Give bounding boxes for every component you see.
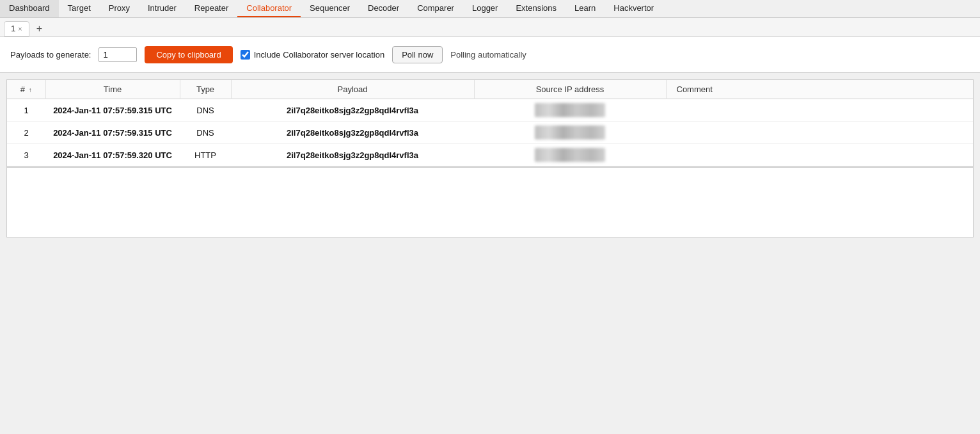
add-tab-button[interactable]: + <box>32 22 47 35</box>
col-time-label: Time <box>104 84 122 94</box>
include-location-text: Include Collaborator server location <box>254 50 385 60</box>
col-header-payload[interactable]: Payload <box>231 80 474 99</box>
polling-automatically-label: Polling automatically <box>450 50 526 60</box>
nav-item-decoder[interactable]: Decoder <box>359 0 408 17</box>
nav-bar: DashboardTargetProxyIntruderRepeaterColl… <box>0 0 980 18</box>
cell-type: DNS <box>180 99 231 122</box>
cell-payload: 2il7q28eitko8sjg3z2gp8qdl4rvfl3a <box>231 122 474 144</box>
blurred-ip-value <box>535 148 605 162</box>
nav-item-dashboard[interactable]: Dashboard <box>0 0 59 17</box>
cell-comment <box>666 99 973 122</box>
cell-num: 2 <box>7 122 45 144</box>
col-payload-label: Payload <box>338 84 368 94</box>
table-row[interactable]: 12024-Jan-11 07:57:59.315 UTCDNS2il7q28e… <box>7 99 973 122</box>
col-header-time[interactable]: Time <box>45 80 180 99</box>
cell-source-ip <box>474 122 666 144</box>
copy-to-clipboard-button[interactable]: Copy to clipboard <box>145 46 232 63</box>
col-header-type[interactable]: Type <box>180 80 231 99</box>
toolbar-divider <box>0 72 980 73</box>
table-header-row: # ↑ Time Type Payload Source IP address … <box>7 80 973 99</box>
nav-item-collaborator[interactable]: Collaborator <box>237 0 301 17</box>
nav-item-learn[interactable]: Learn <box>565 0 605 17</box>
poll-now-button[interactable]: Poll now <box>392 46 443 63</box>
cell-comment <box>666 122 973 144</box>
tab-label: 1 <box>11 24 15 33</box>
results-table: # ↑ Time Type Payload Source IP address … <box>7 80 973 166</box>
cell-time: 2024-Jan-11 07:57:59.315 UTC <box>45 122 180 144</box>
col-type-label: Type <box>196 84 214 94</box>
payloads-input[interactable] <box>99 47 137 62</box>
toolbar: Payloads to generate: Copy to clipboard … <box>0 37 980 72</box>
col-comment-label: Comment <box>677 84 713 94</box>
cell-num: 1 <box>7 99 45 122</box>
blurred-ip-value <box>535 125 605 140</box>
results-table-container: # ↑ Time Type Payload Source IP address … <box>6 79 974 167</box>
cell-source-ip <box>474 144 666 166</box>
sort-arrow-icon: ↑ <box>29 86 32 93</box>
tab-close-icon[interactable]: × <box>18 25 22 33</box>
nav-item-intruder[interactable]: Intruder <box>139 0 186 17</box>
cell-type: DNS <box>180 122 231 144</box>
cell-source-ip <box>474 99 666 122</box>
detail-panel <box>6 167 974 237</box>
cell-type: HTTP <box>180 144 231 166</box>
table-row[interactable]: 32024-Jan-11 07:57:59.320 UTCHTTP2il7q28… <box>7 144 973 166</box>
col-header-comment[interactable]: Comment <box>666 80 973 99</box>
include-location-checkbox[interactable] <box>241 50 250 60</box>
nav-item-repeater[interactable]: Repeater <box>186 0 237 17</box>
nav-item-extensions[interactable]: Extensions <box>507 0 565 17</box>
cell-comment <box>666 144 973 166</box>
cell-time: 2024-Jan-11 07:57:59.320 UTC <box>45 144 180 166</box>
nav-item-logger[interactable]: Logger <box>463 0 507 17</box>
table-row[interactable]: 22024-Jan-11 07:57:59.315 UTCDNS2il7q28e… <box>7 122 973 144</box>
nav-item-sequencer[interactable]: Sequencer <box>301 0 359 17</box>
nav-item-target[interactable]: Target <box>59 0 100 17</box>
col-hash-label: # <box>20 84 25 94</box>
tab-1[interactable]: 1 × <box>4 21 29 36</box>
nav-item-proxy[interactable]: Proxy <box>100 0 139 17</box>
tab-bar: 1 × + <box>0 18 980 37</box>
nav-item-hackvertor[interactable]: Hackvertor <box>605 0 663 17</box>
cell-num: 3 <box>7 144 45 166</box>
include-location-label[interactable]: Include Collaborator server location <box>241 50 385 60</box>
nav-item-comparer[interactable]: Comparer <box>408 0 463 17</box>
table-body: 12024-Jan-11 07:57:59.315 UTCDNS2il7q28e… <box>7 99 973 166</box>
cell-time: 2024-Jan-11 07:57:59.315 UTC <box>45 99 180 122</box>
blurred-ip-value <box>535 103 605 117</box>
payloads-label: Payloads to generate: <box>10 50 91 60</box>
cell-payload: 2il7q28eitko8sjg3z2gp8qdl4rvfl3a <box>231 144 474 166</box>
col-source-label: Source IP address <box>536 84 605 94</box>
cell-payload: 2il7q28eitko8sjg3z2gp8qdl4rvfl3a <box>231 99 474 122</box>
col-header-hash[interactable]: # ↑ <box>7 80 45 99</box>
col-header-source[interactable]: Source IP address <box>474 80 666 99</box>
